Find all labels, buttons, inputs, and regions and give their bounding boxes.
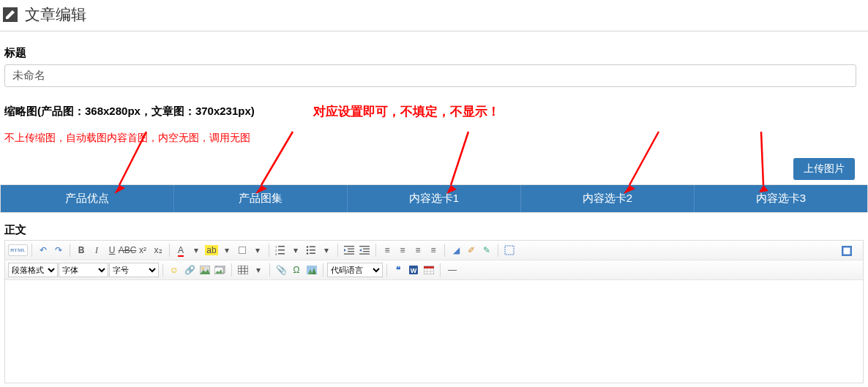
svg-rect-20 (359, 254, 370, 255)
svg-rect-12 (310, 253, 315, 255)
word-paste-button[interactable]: W (406, 263, 421, 277)
thumbnail-subnote: 不上传缩图，自动载图内容首图，内空无图，调用无图 (4, 132, 868, 145)
separator (440, 263, 441, 277)
ordered-list-button[interactable]: 123 (273, 243, 288, 258)
redo-button[interactable]: ↷ (51, 243, 66, 258)
select-all-button[interactable] (502, 243, 517, 258)
image-button[interactable] (198, 263, 212, 277)
attachment-button[interactable]: 📎 (274, 263, 288, 277)
font-color-button[interactable]: A (173, 243, 188, 258)
strikethrough-button[interactable]: ABC (120, 243, 135, 258)
code-language-select[interactable]: 代码语言 (327, 263, 383, 277)
svg-rect-23 (844, 248, 850, 255)
map-button[interactable] (304, 263, 319, 277)
svg-rect-10 (310, 249, 315, 251)
superscript-button[interactable]: x² (135, 243, 150, 258)
tabs-bar: 产品优点 产品图集 内容选卡1 内容选卡2 内容选卡3 (0, 184, 868, 213)
clear-format-button[interactable]: ✐ (464, 243, 479, 258)
outdent-button[interactable] (342, 243, 356, 258)
separator (498, 244, 498, 257)
separator (169, 244, 170, 257)
horizontal-rule-button[interactable]: — (444, 263, 459, 277)
font-color-dropdown[interactable]: ▾ (189, 243, 203, 258)
svg-point-11 (307, 252, 309, 255)
svg-rect-16 (344, 254, 354, 255)
indent-button[interactable] (357, 243, 372, 258)
format-brush-button[interactable]: ✎ (479, 243, 494, 258)
table-button[interactable] (236, 263, 250, 277)
separator (323, 263, 323, 277)
separator (375, 244, 376, 257)
title-input[interactable] (4, 64, 856, 87)
svg-rect-15 (348, 251, 354, 252)
svg-rect-6 (278, 253, 285, 255)
page-header: 文章编辑 (0, 0, 868, 31)
align-center-button[interactable]: ≡ (395, 243, 410, 258)
insert-image-group-button[interactable] (213, 263, 228, 277)
tab-content-card-2[interactable]: 内容选卡2 (521, 185, 695, 212)
toolbar-row-1: HTML ↶ ↷ B I U ABC x² x₂ A ▾ ab ▾ ▾ 123 … (5, 241, 863, 260)
svg-point-7 (307, 246, 309, 248)
svg-rect-28 (238, 266, 248, 274)
datetime-button[interactable] (422, 263, 436, 277)
paragraph-format-select[interactable]: 段落格式 (8, 263, 58, 277)
align-right-button[interactable]: ≡ (411, 243, 425, 258)
title-label: 标题 (4, 46, 868, 60)
subscript-button[interactable]: x₂ (151, 243, 165, 258)
svg-rect-4 (278, 249, 285, 251)
highlight-button[interactable]: ab (204, 243, 219, 258)
separator (231, 263, 232, 277)
tab-content-card-3[interactable]: 内容选卡3 (695, 185, 867, 212)
link-button[interactable]: 🔗 (182, 263, 197, 277)
separator (337, 244, 338, 257)
font-family-select[interactable]: 字体 (59, 263, 108, 277)
svg-rect-13 (344, 246, 354, 247)
font-size-select[interactable]: 字号 (109, 263, 159, 277)
page-title: 文章编辑 (25, 4, 86, 25)
body-label: 正文 (4, 223, 868, 237)
tab-content-card-1[interactable]: 内容选卡1 (348, 185, 521, 212)
separator (162, 263, 163, 277)
separator (70, 244, 70, 257)
tab-product-advantages[interactable]: 产品优点 (1, 185, 174, 212)
align-left-button[interactable]: ≡ (380, 243, 394, 258)
quote-button[interactable]: ❝ (391, 263, 405, 277)
editor-canvas[interactable] (5, 280, 863, 383)
svg-rect-17 (359, 246, 370, 247)
fullscreen-button[interactable] (839, 244, 854, 258)
svg-rect-19 (363, 251, 370, 252)
undo-button[interactable]: ↶ (36, 243, 50, 258)
svg-rect-37 (424, 266, 434, 268)
bold-button[interactable]: B (74, 243, 89, 258)
svg-rect-21 (505, 246, 514, 255)
separator (444, 244, 445, 257)
separator (269, 244, 269, 257)
svg-text:W: W (411, 267, 417, 274)
overlay-note: 对应设置即可，不填定，不显示！ (313, 103, 500, 120)
svg-point-9 (307, 249, 309, 252)
svg-rect-8 (310, 247, 315, 248)
thumbnail-row: 缩略图(产品图：368x280px，文章图：370x231px) 对应设置即可，… (0, 103, 868, 120)
svg-point-25 (202, 268, 204, 270)
separator (386, 263, 387, 277)
source-html-button[interactable]: HTML (8, 244, 28, 256)
background-color-dropdown[interactable]: ▾ (250, 243, 265, 258)
edit-icon (3, 7, 18, 22)
upload-image-button[interactable]: 上传图片 (793, 158, 855, 180)
emoji-button[interactable]: ☺ (167, 263, 182, 277)
underline-button[interactable]: U (105, 243, 119, 258)
eraser-format-button[interactable]: ◢ (449, 243, 463, 258)
ordered-list-dropdown[interactable]: ▾ (288, 243, 303, 258)
media-button[interactable]: Ω (289, 263, 304, 277)
italic-button[interactable]: I (89, 243, 104, 258)
unordered-list-dropdown[interactable]: ▾ (319, 243, 334, 258)
align-justify-button[interactable]: ≡ (426, 243, 441, 258)
highlight-dropdown[interactable]: ▾ (220, 243, 234, 258)
unordered-list-button[interactable] (304, 243, 318, 258)
svg-rect-14 (348, 249, 354, 249)
table-dropdown[interactable]: ▾ (251, 263, 266, 277)
separator (269, 263, 270, 277)
tab-product-gallery[interactable]: 产品图集 (174, 185, 348, 212)
background-color-button[interactable] (235, 243, 250, 258)
thumbnail-label: 缩略图(产品图：368x280px，文章图：370x231px) (4, 105, 255, 119)
